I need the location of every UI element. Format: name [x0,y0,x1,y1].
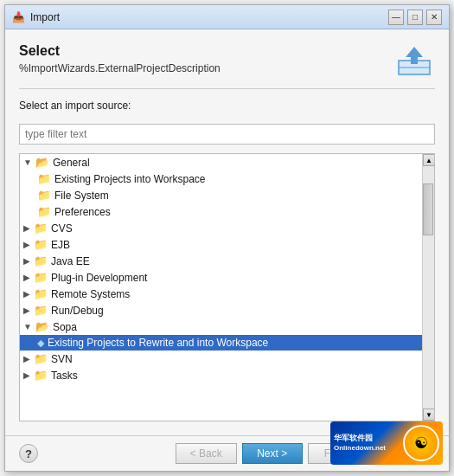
tree-content[interactable]: ▼ 📂 General 📁 Existing Projects into Wor… [20,154,422,421]
tree-item-label: File System [54,190,109,202]
scroll-track[interactable] [423,166,434,408]
help-button[interactable]: ? [19,444,38,463]
tree-item-java-ee[interactable]: ▶ 📁 Java EE [20,253,422,269]
tree-item-existing-projects[interactable]: 📁 Existing Projects into Workspace [20,170,422,187]
expand-icon: ▶ [23,289,30,299]
window-icon: 📥 [12,11,25,23]
folder-icon: 📁 [34,254,48,267]
minimize-button[interactable]: — [388,10,404,25]
tree-item-label: Run/Debug [51,305,104,317]
tree-item-label: CVS [51,222,73,235]
dialog-description: %ImportWizards.ExternalProjectDescriptio… [19,62,221,74]
tree-item-run-debug[interactable]: ▶ 📁 Run/Debug [20,302,422,318]
tree-item-sopa[interactable]: ▼ 📂 Sopa [20,318,422,335]
expand-icon: ▼ [23,322,32,331]
header-divider [19,88,435,89]
tree-item-svn[interactable]: ▶ 📁 SVN [20,351,422,367]
tree-item-label: Sopa [53,321,77,333]
finish-button[interactable]: Finish [308,443,368,464]
tree-item-label: SVN [51,353,73,365]
tree-item-cvs[interactable]: ▶ 📁 CVS [20,220,422,236]
tree-item-ejb[interactable]: ▶ 📁 EJB [20,236,422,253]
tree-item-preferences[interactable]: 📁 Preferences [20,203,422,220]
scroll-down-button[interactable]: ▼ [423,408,435,421]
folder-icon: 📁 [34,352,48,365]
tree-item-label: General [53,157,90,169]
dialog-heading: Select [19,43,221,59]
cancel-button[interactable]: Cancel [374,443,435,464]
folder-icon: 📁 [34,287,48,300]
expand-icon: ▶ [23,354,30,363]
folder-icon: 📁 [37,189,51,202]
import-icon [393,43,435,78]
expand-icon: ▶ [23,306,30,315]
folder-icon: 📁 [37,172,51,185]
scroll-thumb[interactable] [423,183,433,235]
expand-icon: ▶ [23,223,30,233]
filter-label: Select an import source: [19,100,435,112]
header-section: Select %ImportWizards.ExternalProjectDes… [19,43,435,78]
dialog-content: Select %ImportWizards.ExternalProjectDes… [5,29,449,435]
tree-item-remote-systems[interactable]: ▶ 📁 Remote Systems [20,286,422,302]
title-bar-controls: — □ ✕ [388,10,442,25]
header-text: Select %ImportWizards.ExternalProjectDes… [19,43,221,74]
tree-item-plugin-dev[interactable]: ▶ 📁 Plug-in Development [20,269,422,286]
folder-icon: 📁 [34,271,48,284]
back-button[interactable]: < Back [176,443,237,464]
folder-open-icon: 📂 [35,320,49,333]
tree-item-label: Preferences [54,206,111,218]
tree-item-label: Existing Projects into Workspace [54,173,206,185]
scroll-up-button[interactable]: ▲ [423,154,435,166]
folder-icon: 📁 [34,222,48,235]
title-bar-title: 📥 Import [12,11,60,23]
filter-input[interactable] [19,124,435,145]
footer-right: < Back Next > Finish Cancel [176,443,435,464]
tree-container: ▼ 📂 General 📁 Existing Projects into Wor… [19,153,435,421]
expand-icon: ▶ [23,273,30,282]
folder-icon: 📁 [34,369,48,382]
maximize-button[interactable]: □ [407,10,423,25]
title-bar: 📥 Import — □ ✕ [5,5,449,29]
import-dialog: 📥 Import — □ ✕ Select %ImportWizards.Ext… [4,4,450,472]
next-button[interactable]: Next > [242,443,303,464]
tree-item-label: Remote Systems [51,288,130,300]
window-title: Import [30,11,60,23]
tree-item-existing-rewrite[interactable]: ◆ Existing Projects to Rewrite and into … [20,335,422,351]
tree-item-label: Tasks [51,370,78,382]
folder-open-icon: 📂 [35,156,49,169]
expand-icon: ▶ [23,256,30,266]
folder-icon: 📁 [37,205,51,218]
folder-icon: 📁 [34,238,48,251]
tree-item-label: Java EE [51,255,90,267]
expand-icon: ▶ [23,370,30,380]
footer-left: ? [19,444,38,463]
tree-item-tasks[interactable]: ▶ 📁 Tasks [20,367,422,383]
close-button[interactable]: ✕ [426,10,442,25]
tree-item-label: Plug-in Development [51,272,147,284]
diamond-icon: ◆ [37,338,44,349]
expand-icon: ▶ [23,240,30,249]
tree-scrollbar[interactable]: ▲ ▼ [422,154,434,421]
tree-item-label: Existing Projects to Rewrite and into Wo… [48,337,268,349]
tree-item-file-system[interactable]: 📁 File System [20,187,422,203]
expand-icon: ▼ [23,158,32,167]
tree-item-label: EJB [51,239,70,251]
folder-icon: 📁 [34,304,48,317]
tree-item-general[interactable]: ▼ 📂 General [20,154,422,170]
dialog-footer: ? < Back Next > Finish Cancel [5,435,449,471]
